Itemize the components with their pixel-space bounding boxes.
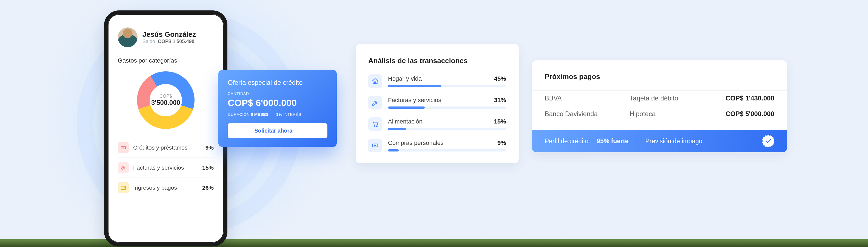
home-icon [368,74,382,88]
credit-offer-card: Oferta especial de crédito CANTIDAD COP$… [218,70,337,147]
wallet-icon [118,182,129,193]
phone-mockup: Jesús González Saldo COP$ 1'505.490 Gast… [104,10,227,246]
payment-row[interactable]: BBVA Tarjeta de débito COP$ 1'430.000 [532,90,787,106]
transaction-row[interactable]: Compras personales 9% [368,139,506,152]
profile-header: Jesús González Saldo COP$ 1'505.490 [118,27,214,47]
cash-icon [368,139,382,152]
svg-point-1 [123,147,124,148]
footer-divider [637,135,637,147]
wrench-icon [368,96,382,110]
payments-title: Próximos pagos [532,73,787,81]
balance-label: Saldo [143,39,155,45]
tx-label: Alimentación [388,118,423,125]
spend-donut-chart: COP$ 3'500.000 [137,71,194,129]
spend-title: Gastos por categorías [118,57,214,64]
transactions-title: Análisis de las transacciones [368,57,506,65]
balance-value: COP$ 1'505.490 [158,39,194,45]
payment-type: Tarjeta de débito [630,94,725,102]
svg-rect-0 [121,146,126,149]
tx-progress [388,107,506,109]
category-label: Créditos y préstamos [133,144,193,151]
payment-amount: COP$ 1'430.000 [725,94,774,102]
category-pct: 9% [197,144,214,151]
credit-profile-label: Perfil de crédito [545,137,589,145]
payment-row[interactable]: Banco Davivienda Hipoteca COP$ 5'000.000 [532,106,787,121]
offer-duration-value: 6 MESES [251,112,269,117]
payment-bank: BBVA [545,94,630,102]
tx-progress [388,128,506,130]
svg-point-4 [376,126,377,127]
svg-point-6 [375,145,376,146]
offer-rate-value: 3% [276,112,282,117]
upcoming-payments-card: Próximos pagos BBVA Tarjeta de débito CO… [532,60,787,152]
credit-footer: Perfil de crédito 95% fuerte Previsión d… [532,130,787,152]
donut-value: 3'500.000 [151,99,180,107]
donut-currency: COP$ [159,94,172,99]
tx-label: Compras personales [388,139,443,146]
tx-label: Facturas y servicios [388,97,441,104]
payment-type: Hipoteca [630,110,725,118]
tx-progress [388,149,506,152]
arrow-right-icon: → [295,128,301,134]
transaction-row[interactable]: Hogar y vida 45% [368,74,506,88]
wrench-icon [118,162,129,173]
tx-pct: 45% [494,75,506,82]
offer-duration-label: DURACIÓN [228,112,250,117]
transaction-row[interactable]: Alimentación 15% [368,117,506,131]
offer-rate-label: INTERÉS [283,112,301,117]
offer-amount: COP$ 6'000.000 [228,98,328,108]
svg-point-3 [374,126,375,127]
transactions-card: Análisis de las transacciones Hogar y vi… [355,44,519,163]
category-pct: 15% [197,164,214,171]
category-label: Facturas y servicios [133,164,193,171]
cash-icon [118,142,129,153]
category-row[interactable]: Ingresos y pagos 26% [118,178,214,198]
payment-amount: COP$ 5'000.000 [725,110,774,118]
default-forecast-label: Previsión de impago [645,137,702,145]
payment-bank: Banco Davivienda [545,110,630,118]
offer-amount-label: CANTIDAD [228,91,328,96]
user-name: Jesús González [143,30,196,39]
tx-pct: 15% [494,118,506,125]
category-label: Ingresos y pagos [133,185,193,191]
offer-title: Oferta especial de crédito [228,79,328,86]
transaction-row[interactable]: Facturas y servicios 31% [368,96,506,110]
avatar [118,27,137,47]
cart-icon [368,117,382,131]
category-row[interactable]: Créditos y préstamos 9% [118,138,214,158]
apply-now-label: Solicitar ahora [254,128,292,134]
apply-now-button[interactable]: Solicitar ahora → [228,123,328,138]
tx-label: Hogar y vida [388,75,422,82]
verified-badge-icon [762,135,774,147]
svg-rect-5 [372,144,378,147]
tx-pct: 31% [494,97,506,104]
tx-pct: 9% [497,139,506,146]
credit-profile-value: 95% fuerte [597,137,628,145]
category-row[interactable]: Facturas y servicios 15% [118,158,214,178]
category-pct: 26% [197,185,214,191]
tx-progress [388,85,506,87]
